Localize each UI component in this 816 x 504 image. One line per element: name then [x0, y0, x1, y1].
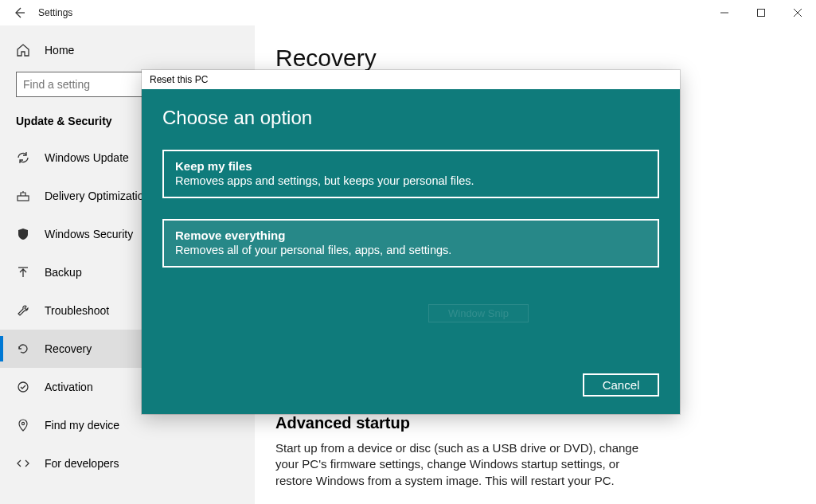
delivery-icon: [16, 189, 30, 203]
backup-icon: [16, 265, 30, 279]
sidebar-home-label: Home: [45, 44, 74, 57]
minimize-icon: [720, 9, 728, 17]
location-icon: [16, 418, 30, 432]
advanced-startup-heading: Advanced startup: [275, 414, 816, 432]
option-description: Removes apps and settings, but keeps you…: [175, 174, 646, 187]
dialog-title: Reset this PC: [142, 70, 680, 89]
sidebar-home[interactable]: Home: [0, 35, 254, 65]
dialog-heading: Choose an option: [162, 107, 659, 129]
sidebar-item-label: Find my device: [45, 419, 119, 432]
reset-pc-dialog: Reset this PC Choose an option Keep my f…: [142, 70, 680, 414]
option-title: Remove everything: [175, 229, 646, 242]
minimize-button[interactable]: [706, 0, 743, 25]
close-icon: [794, 9, 802, 17]
option-keep-my-files[interactable]: Keep my files Removes apps and settings,…: [162, 150, 659, 198]
ghost-window-snip: Window Snip: [428, 304, 529, 322]
sidebar-item-label: For developers: [45, 457, 119, 470]
sync-icon: [16, 150, 30, 165]
svg-rect-2: [18, 196, 29, 201]
sidebar-item-label: Backup: [45, 266, 82, 279]
sidebar-item-label: Recovery: [45, 342, 92, 355]
close-button[interactable]: [779, 0, 816, 25]
page-title: Recovery: [275, 45, 816, 72]
activation-icon: [16, 380, 30, 394]
cancel-button[interactable]: Cancel: [583, 373, 659, 397]
sidebar-item-label: Delivery Optimization: [45, 189, 150, 202]
recovery-icon: [16, 342, 30, 356]
sidebar-item-label: Troubleshoot: [45, 304, 109, 317]
sidebar-item-label: Activation: [45, 381, 93, 393]
advanced-startup-body: Start up from a device or disc (such as …: [275, 440, 642, 489]
option-description: Removes all of your personal files, apps…: [175, 244, 646, 256]
sidebar-item-label: Windows Security: [45, 228, 133, 240]
option-title: Keep my files: [175, 159, 646, 173]
back-arrow-icon: [13, 6, 25, 19]
svg-point-4: [21, 422, 24, 424]
sidebar-item-label: Windows Update: [45, 151, 129, 164]
maximize-button[interactable]: [743, 0, 779, 25]
developers-icon: [16, 456, 30, 471]
window-controls: [706, 0, 816, 25]
option-remove-everything[interactable]: Remove everything Removes all of your pe…: [162, 219, 659, 268]
titlebar: Settings: [0, 0, 816, 25]
wrench-icon: [16, 303, 30, 318]
svg-rect-0: [758, 10, 765, 17]
dialog-body: Choose an option Keep my files Removes a…: [142, 89, 680, 414]
shield-icon: [16, 227, 30, 241]
back-button[interactable]: [0, 0, 38, 25]
svg-point-3: [18, 382, 28, 392]
sidebar-item-for-developers[interactable]: For developers: [0, 444, 254, 483]
window-title: Settings: [38, 7, 72, 18]
home-icon: [16, 43, 30, 57]
maximize-icon: [757, 9, 765, 17]
